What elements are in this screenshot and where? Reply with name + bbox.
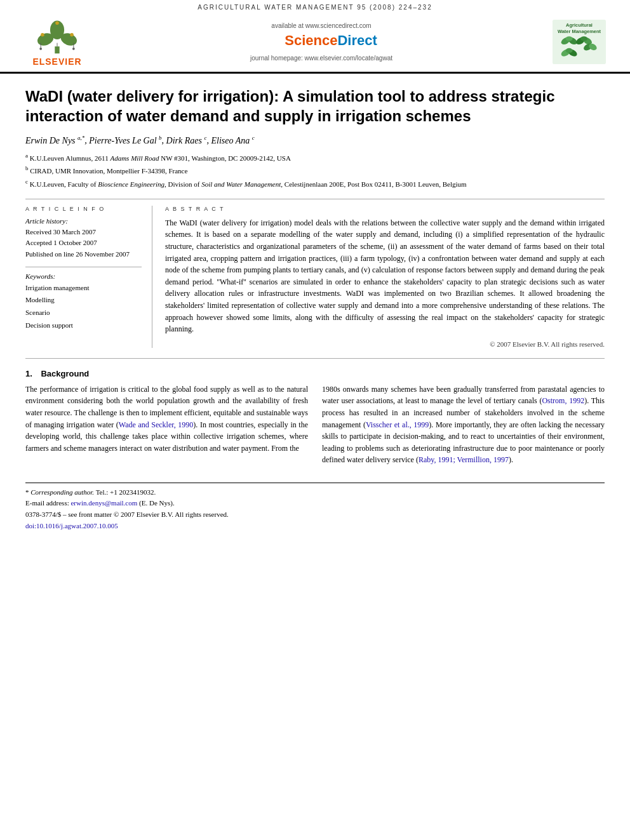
article-info-panel: A R T I C L E I N F O Article history: R… (25, 206, 152, 348)
section-1-title: Background (41, 369, 89, 378)
svg-point-4 (41, 33, 44, 37)
received-date: Received 30 March 2007 (25, 227, 142, 238)
available-text: available at www.sciencedirect.com (271, 22, 371, 29)
keyword-2: Modelling (25, 294, 142, 307)
email-note: E-mail address: erwin.denys@mail.com (E.… (25, 498, 605, 509)
footer: * Corresponding author. Tel.: +1 2023419… (25, 483, 605, 531)
wade-seckler-link[interactable]: Wade and Seckler, 1990 (119, 420, 194, 429)
keyword-3: Scenario (25, 307, 142, 319)
svg-text:Agricultural: Agricultural (566, 22, 593, 28)
svg-point-20 (580, 36, 587, 41)
corresponding-star: * (25, 488, 30, 496)
section-1-left-text: The performance of irrigation is critica… (25, 383, 308, 455)
section-1-right-text: 1980s onwards many schemes have been gra… (322, 383, 605, 466)
authors-line: Erwin De Nys a,*, Pierre-Yves Le Gal b, … (25, 135, 605, 146)
copyright-line: © 2007 Elsevier B.V. All rights reserved… (165, 340, 605, 348)
article-info-abstract: A R T I C L E I N F O Article history: R… (25, 199, 605, 348)
elsevier-tree-icon (32, 17, 83, 55)
svg-point-17 (566, 36, 573, 41)
section-1-right-col: 1980s onwards many schemes have been gra… (322, 383, 605, 470)
visscher-link[interactable]: Visscher et al., 1999 (366, 420, 429, 429)
keyword-1: Irrigation management (25, 282, 142, 295)
accepted-date: Accepted 1 October 2007 (25, 237, 142, 249)
logos-row: ELSEVIER available at www.sciencedirect.… (0, 12, 630, 74)
section-1: 1. Background The performance of irrigat… (25, 369, 605, 470)
affiliations: a K.U.Leuven Alumnus, 2611 Adams Mill Ro… (25, 151, 605, 190)
doi-link[interactable]: doi:10.1016/j.agwat.2007.10.005 (25, 522, 118, 530)
svg-point-8 (39, 48, 42, 50)
awm-journal-icon: Agricultural Water Management (551, 20, 608, 64)
sciencedirect-icon (265, 32, 283, 50)
main-content: WaDI (water delivery for irrigation): A … (0, 74, 630, 544)
history-label: Article history: (25, 217, 142, 225)
journal-name: Agricultural Water Management 95 (2008) … (0, 0, 630, 12)
svg-point-6 (55, 21, 59, 25)
svg-text:Water Management: Water Management (558, 29, 601, 34)
corresponding-note: * Corresponding author. Tel.: +1 2023419… (25, 487, 605, 498)
affiliation-b: b CIRAD, UMR Innovation, Montpellier F-3… (25, 164, 605, 177)
journal-header: Agricultural Water Management 95 (2008) … (0, 0, 630, 74)
section-1-heading: 1. Background (25, 369, 605, 378)
doi-line: doi:10.1016/j.agwat.2007.10.005 (25, 521, 605, 532)
issn-note: 0378-3774/$ – see front matter © 2007 El… (25, 509, 605, 521)
sciencedirect-logo: ScienceDirect (265, 32, 377, 50)
section-1-left-col: The performance of irrigation is critica… (25, 383, 308, 470)
svg-point-23 (566, 48, 573, 53)
affiliation-a: a K.U.Leuven Alumnus, 2611 Adams Mill Ro… (25, 151, 605, 164)
sciencedirect-block: available at www.sciencedirect.com Scien… (250, 22, 392, 62)
svg-point-5 (70, 33, 74, 37)
abstract-panel: A B S T R A C T The WaDI (water delivery… (165, 206, 605, 348)
section-1-body: The performance of irrigation is critica… (25, 383, 605, 470)
section-divider (25, 358, 605, 359)
elsevier-wordmark: ELSEVIER (32, 57, 81, 67)
keywords-list: Irrigation management Modelling Scenario… (25, 282, 142, 332)
sd-wordmark: ScienceDirect (285, 32, 377, 49)
article-info-label: A R T I C L E I N F O (25, 206, 142, 212)
svg-rect-0 (55, 46, 59, 53)
section-1-number: 1. (25, 369, 32, 378)
affiliation-c: c K.U.Leuven, Faculty of Bioscience Engi… (25, 177, 605, 190)
email-link[interactable]: erwin.denys@mail.com (70, 499, 137, 507)
raby-link[interactable]: Raby, 1991; Vermillion, 1997 (419, 455, 509, 464)
keywords-label: Keywords: (25, 272, 142, 280)
awm-logo: Agricultural Water Management (547, 20, 611, 64)
svg-point-11 (72, 48, 75, 50)
abstract-text: The WaDI (water delivery for irrigation)… (165, 217, 605, 335)
keywords-block: Keywords: Irrigation management Modellin… (25, 272, 142, 332)
journal-homepage: journal homepage: www.elsevier.com/locat… (250, 55, 392, 62)
elsevier-logo: ELSEVIER (19, 17, 95, 67)
article-title: WaDI (water delivery for irrigation): A … (25, 86, 605, 126)
history-block: Article history: Received 30 March 2007 … (25, 217, 142, 260)
published-date: Published on line 26 November 2007 (25, 249, 142, 260)
abstract-label: A B S T R A C T (165, 206, 605, 212)
keyword-4: Decision support (25, 319, 142, 332)
ostrom-link[interactable]: Ostrom, 1992 (542, 396, 584, 405)
